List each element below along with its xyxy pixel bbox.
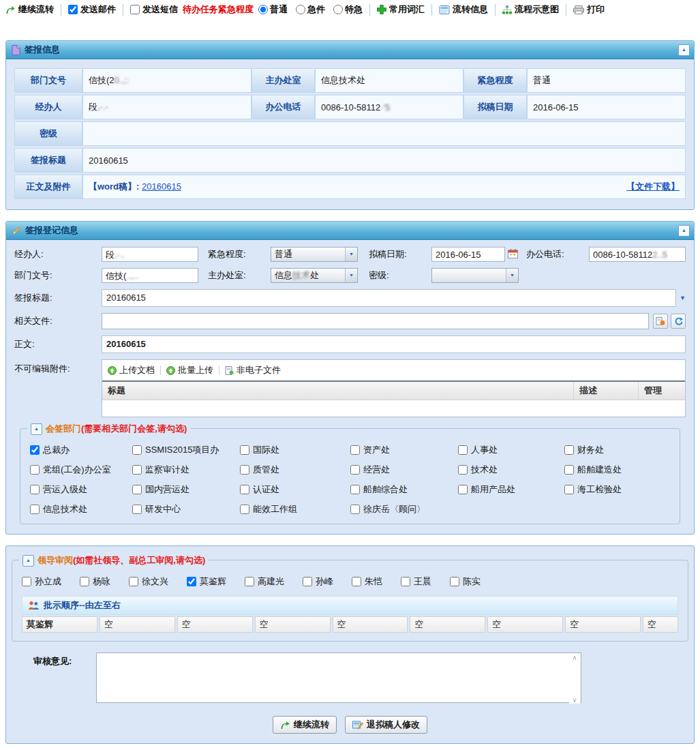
cosign-checkbox-item[interactable]: 监察审计处 <box>132 464 240 476</box>
send-email-checkbox-input[interactable] <box>68 5 78 14</box>
continue-flow-button[interactable]: 继续流转 <box>5 3 54 16</box>
checkbox[interactable] <box>564 485 574 494</box>
chevron-down-icon[interactable]: ▼ <box>680 295 686 301</box>
leader-checkbox-item[interactable]: 孙峰 <box>303 575 333 588</box>
scroll-up-icon[interactable]: ∧ <box>572 654 577 661</box>
leader-checkbox-item[interactable]: 孙立成 <box>22 575 61 588</box>
cosign-checkbox-item[interactable]: 经营处 <box>350 464 458 476</box>
checkbox[interactable] <box>187 577 196 586</box>
cosign-checkbox-item[interactable]: 徐庆岳〈顾问〉 <box>350 503 458 515</box>
cosign-checkbox-item[interactable]: 总裁办 <box>30 444 132 456</box>
related-files-input[interactable] <box>102 313 649 329</box>
common-words-button[interactable]: 常用词汇 <box>377 3 425 16</box>
checkbox[interactable] <box>350 485 360 494</box>
collapse-button[interactable]: ▲ <box>678 225 690 237</box>
review-opinion-textarea[interactable] <box>96 652 581 703</box>
urgency-radio[interactable] <box>296 5 305 14</box>
cosign-checkbox-item[interactable]: 船用产品处 <box>458 483 564 496</box>
checkbox[interactable] <box>350 445 360 455</box>
file-download-link[interactable]: 【文件下载】 <box>626 181 680 193</box>
cosign-checkbox-item[interactable]: 船舶综合处 <box>350 483 458 496</box>
urgency-option[interactable]: 急件 <box>296 3 325 16</box>
checkbox[interactable] <box>240 485 249 494</box>
send-sms-checkbox[interactable]: 发送短信 <box>130 3 178 16</box>
checkbox[interactable] <box>350 465 360 475</box>
scroll-down-icon[interactable]: ∨ <box>572 696 577 704</box>
host-office-select[interactable]: 信息技术处 ▼ <box>271 268 358 283</box>
urgency-radio[interactable] <box>258 5 268 14</box>
leader-checkbox-item[interactable]: 杨咏 <box>80 575 110 588</box>
secrecy-select[interactable]: ▼ <box>431 268 519 283</box>
cosign-checkbox-item[interactable]: 信息技术处 <box>30 503 132 515</box>
checkbox[interactable] <box>132 445 142 455</box>
body-input[interactable]: 20160615 <box>102 335 686 353</box>
checkbox[interactable] <box>30 445 40 455</box>
checkbox[interactable] <box>401 577 410 586</box>
checkbox[interactable] <box>240 505 249 514</box>
upload-doc-button[interactable]: 上传文档 <box>108 364 155 376</box>
checkbox[interactable] <box>22 577 31 586</box>
cosign-checkbox-item[interactable]: SSMIS2015项目办 <box>132 444 240 456</box>
select-file-button[interactable] <box>653 314 668 329</box>
cosign-checkbox-item[interactable]: 海工检验处 <box>564 483 670 496</box>
cosign-checkbox-item[interactable]: 国际处 <box>240 444 350 456</box>
leader-checkbox-item[interactable]: 徐文兴 <box>129 575 168 588</box>
checkbox[interactable] <box>303 577 312 586</box>
handler-input[interactable]: 段,-.. <box>102 247 198 262</box>
cosign-checkbox-item[interactable]: 财务处 <box>564 444 670 456</box>
refresh-button[interactable] <box>671 314 686 329</box>
collapse-button[interactable]: ▲ <box>22 555 34 567</box>
continue-flow-button[interactable]: 继续流转 <box>273 716 337 734</box>
checkbox[interactable] <box>80 577 89 586</box>
checkbox[interactable] <box>350 505 360 514</box>
checkbox[interactable] <box>458 465 468 475</box>
dept-no-input[interactable]: 信技(..,.. <box>102 268 198 283</box>
batch-upload-button[interactable]: 批量上传 <box>166 364 213 376</box>
checkbox[interactable] <box>240 465 249 475</box>
checkbox[interactable] <box>458 485 468 494</box>
urgency-option[interactable]: 特急 <box>333 3 363 16</box>
urgency-select[interactable]: 普通 ▼ <box>271 247 358 262</box>
checkbox[interactable] <box>132 485 142 494</box>
checkbox[interactable] <box>245 577 254 586</box>
cosign-checkbox-item[interactable]: 人事处 <box>458 444 564 456</box>
checkbox[interactable] <box>240 445 249 455</box>
leader-checkbox-item[interactable]: 莫鉴辉 <box>187 575 226 588</box>
cosign-checkbox-item[interactable]: 资产处 <box>350 444 458 456</box>
checkbox[interactable] <box>132 465 142 475</box>
checkbox[interactable] <box>450 577 459 586</box>
urgency-option[interactable]: 普通 <box>258 3 288 16</box>
flow-info-button[interactable]: 流转信息 <box>439 3 488 16</box>
non-electronic-file-button[interactable]: 非电子文件 <box>225 364 281 376</box>
leader-checkbox-item[interactable]: 陈实 <box>450 575 481 588</box>
cosign-checkbox-item[interactable]: 营运入级处 <box>30 483 132 496</box>
checkbox[interactable] <box>352 577 361 586</box>
draft-date-input[interactable]: 2016-06-15 <box>431 247 505 262</box>
word-doc-link[interactable]: 20160615 <box>142 181 181 192</box>
checkbox[interactable] <box>30 485 40 494</box>
cosign-checkbox-item[interactable]: 认证处 <box>240 483 350 496</box>
phone-input[interactable]: 0086-10-581122..5 <box>589 247 686 262</box>
checkbox[interactable] <box>129 577 138 586</box>
cosign-checkbox-item[interactable]: 质管处 <box>240 464 350 476</box>
print-button[interactable]: 打印 <box>573 3 605 16</box>
cosign-checkbox-item[interactable]: 党组(工会)办公室 <box>30 464 132 476</box>
return-to-drafter-button[interactable]: 退拟稿人修改 <box>345 716 427 734</box>
leader-checkbox-item[interactable]: 朱恺 <box>352 575 382 588</box>
leader-checkbox-item[interactable]: 王晨 <box>401 575 431 588</box>
cosign-checkbox-item[interactable]: 能效工作组 <box>240 503 350 515</box>
collapse-button[interactable]: ▲ <box>678 44 690 56</box>
flow-diagram-button[interactable]: 流程示意图 <box>502 3 559 16</box>
cosign-checkbox-item[interactable]: 船舶建造处 <box>564 464 670 476</box>
scrollbar[interactable]: ∧∨ <box>569 654 580 704</box>
checkbox[interactable] <box>458 445 468 455</box>
send-sms-checkbox-input[interactable] <box>130 5 140 14</box>
urgency-radio[interactable] <box>333 5 343 14</box>
calendar-icon[interactable] <box>508 249 518 260</box>
leader-checkbox-item[interactable]: 高建光 <box>245 575 284 588</box>
checkbox[interactable] <box>132 505 142 514</box>
cosign-checkbox-item[interactable]: 研发中心 <box>132 503 240 515</box>
send-email-checkbox[interactable]: 发送邮件 <box>68 3 116 16</box>
checkbox[interactable] <box>30 465 40 475</box>
collapse-button[interactable]: ▲ <box>31 423 42 435</box>
